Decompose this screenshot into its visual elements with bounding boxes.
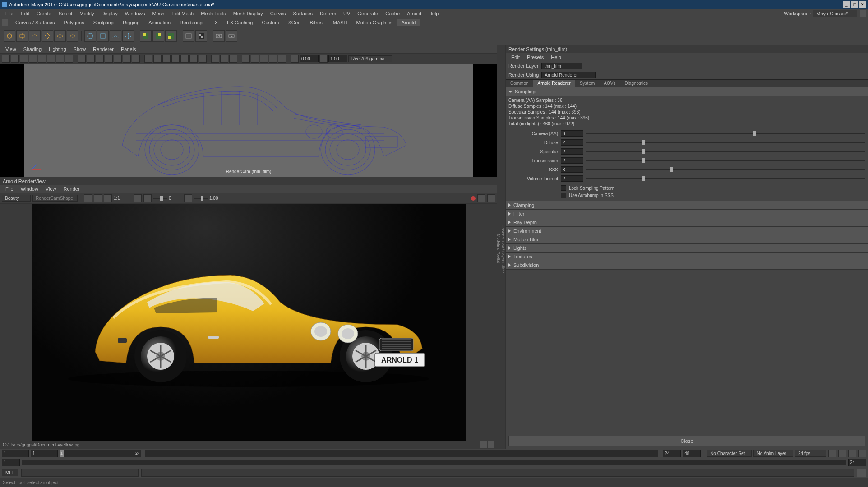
section-subdivision-header[interactable]: Subdivision xyxy=(506,261,868,269)
vp-btn[interactable] xyxy=(78,55,86,63)
viewport[interactable]: RenderCam (thin_film) xyxy=(0,64,497,177)
section-lights-header[interactable]: Lights xyxy=(506,244,868,252)
shelf-btn-renderview[interactable] xyxy=(213,30,225,42)
shelf-btn-skydome[interactable] xyxy=(29,30,41,42)
script-editor-button-icon[interactable] xyxy=(857,469,866,477)
workspace-select[interactable]: Maya Classic* xyxy=(813,10,857,17)
viewport-menu-shading[interactable]: Shading xyxy=(20,46,45,52)
menu-modify[interactable]: Modify xyxy=(76,11,97,16)
shelf-tab-mash[interactable]: MASH xyxy=(328,19,352,26)
exposure-icon[interactable] xyxy=(291,55,299,63)
rv-menu-window[interactable]: Window xyxy=(17,186,42,192)
checkbox-lock-sampling[interactable] xyxy=(561,185,566,191)
anim-layer-select[interactable]: No Anim Layer xyxy=(753,450,793,457)
rs-menu-help[interactable]: Help xyxy=(547,55,565,60)
rv-btn-save-icon[interactable] xyxy=(134,194,142,202)
shelf-btn-light-portal[interactable] xyxy=(67,30,78,42)
shelf-btn-mesh-light[interactable] xyxy=(42,30,53,42)
vp-btn[interactable] xyxy=(20,55,28,63)
time-track-main[interactable] xyxy=(145,450,658,457)
rv-menu-render[interactable]: Render xyxy=(60,186,83,192)
shelf-btn-flush[interactable] xyxy=(4,30,15,42)
menu-file[interactable]: File xyxy=(2,11,17,16)
section-textures-header[interactable]: Textures xyxy=(506,253,868,261)
param-slider-diffuse[interactable] xyxy=(586,142,865,143)
param-value-diffuse[interactable] xyxy=(561,139,583,146)
section-filter-header[interactable]: Filter xyxy=(506,210,868,218)
shelf-btn-ipr[interactable] xyxy=(195,30,207,42)
shelf-btn-aiskin[interactable] xyxy=(152,30,164,42)
vp-btn[interactable] xyxy=(199,55,207,63)
menu-arnold[interactable]: Arnold xyxy=(403,11,425,16)
gamma-icon[interactable] xyxy=(319,55,328,63)
fps-select[interactable]: 24 fps xyxy=(795,450,826,457)
menu-uv[interactable]: UV xyxy=(340,11,354,16)
rs-menu-presets[interactable]: Presets xyxy=(523,55,547,60)
param-value-sss[interactable] xyxy=(561,166,583,173)
vp-btn[interactable] xyxy=(56,55,64,63)
vp-btn[interactable] xyxy=(38,55,46,63)
shelf-tab-sculpting[interactable]: Sculpting xyxy=(89,19,118,26)
vp-btn[interactable] xyxy=(260,55,268,63)
vp-btn[interactable] xyxy=(242,55,250,63)
menu-mesh[interactable]: Mesh xyxy=(148,11,168,16)
render-using-select[interactable]: Arnold Renderer xyxy=(541,72,596,78)
param-slider-specular[interactable] xyxy=(586,151,865,152)
param-value-volume-indirect[interactable] xyxy=(561,175,583,182)
rv-btn-crosshair-icon[interactable] xyxy=(84,194,92,202)
viewport-menu-view[interactable]: View xyxy=(2,46,20,52)
vp-btn[interactable] xyxy=(87,55,95,63)
vp-btn[interactable] xyxy=(47,55,55,63)
menu-surfaces[interactable]: Surfaces xyxy=(290,11,316,16)
sidetab-channel-box[interactable]: Channel Box / Layer Editor xyxy=(501,222,505,276)
shelf-btn-aistandard[interactable] xyxy=(140,30,152,42)
menu-create[interactable]: Create xyxy=(33,11,55,16)
param-value-specular[interactable] xyxy=(561,148,583,155)
time-current-field[interactable] xyxy=(2,450,29,457)
rs-tab-aovs[interactable]: AOVs xyxy=(599,80,620,87)
rv-btn-refresh-icon[interactable] xyxy=(143,194,152,202)
shelf-tab-custom[interactable]: Custom xyxy=(258,19,284,26)
menu-curves[interactable]: Curves xyxy=(267,11,290,16)
render-settings-close-button[interactable]: Close xyxy=(508,436,865,446)
vp-btn[interactable] xyxy=(162,55,171,63)
vp-btn[interactable] xyxy=(65,55,73,63)
shelf-menu-icon[interactable] xyxy=(2,19,8,26)
section-environment-header[interactable]: Environment xyxy=(506,227,868,235)
checkbox-autobump-sss[interactable] xyxy=(561,193,566,198)
menu-edit-mesh[interactable]: Edit Mesh xyxy=(168,11,197,16)
vp-btn[interactable] xyxy=(11,55,19,63)
viewport-menu-panels[interactable]: Panels xyxy=(117,46,140,52)
rv-aov-select[interactable]: Beauty xyxy=(2,195,31,202)
rv-menu-view[interactable]: View xyxy=(42,186,60,192)
rs-tab-arnold-renderer[interactable]: Arnold Renderer xyxy=(533,80,575,87)
shelf-btn-curve[interactable] xyxy=(110,30,121,42)
vp-btn[interactable] xyxy=(2,55,10,63)
vp-btn[interactable] xyxy=(132,55,140,63)
viewport-menu-renderer[interactable]: Renderer xyxy=(89,46,117,52)
minimize-button[interactable]: _ xyxy=(843,1,850,8)
vp-btn[interactable] xyxy=(251,55,259,63)
vp-btn[interactable] xyxy=(189,55,198,63)
menu-display[interactable]: Display xyxy=(98,11,121,16)
rv-slider-gamma[interactable] xyxy=(194,198,208,199)
vp-btn[interactable] xyxy=(123,55,131,63)
range-end-b[interactable] xyxy=(683,450,701,457)
shelf-btn-play[interactable] xyxy=(226,30,237,42)
shelf-tab-motion-graphics[interactable]: Motion Graphics xyxy=(352,19,397,26)
section-ray-depth-header[interactable]: Ray Depth xyxy=(506,218,868,226)
range-end-field[interactable] xyxy=(848,459,866,466)
menu-windows[interactable]: Windows xyxy=(121,11,149,16)
range-start-field[interactable] xyxy=(2,459,20,466)
section-sampling-header[interactable]: Sampling xyxy=(506,87,868,96)
rs-tab-diagnostics[interactable]: Diagnostics xyxy=(620,80,652,87)
rs-tab-common[interactable]: Common xyxy=(506,80,533,87)
vp-btn[interactable] xyxy=(144,55,152,63)
viewport-menu-show[interactable]: Show xyxy=(70,46,90,52)
shelf-tab-fx-caching[interactable]: FX Caching xyxy=(222,19,257,26)
shelf-btn-aihair[interactable] xyxy=(165,30,177,42)
vp-btn[interactable] xyxy=(220,55,228,63)
viewport-menu-lighting[interactable]: Lighting xyxy=(45,46,70,52)
shelf-btn-volume[interactable] xyxy=(122,30,134,42)
menu-select[interactable]: Select xyxy=(55,11,76,16)
